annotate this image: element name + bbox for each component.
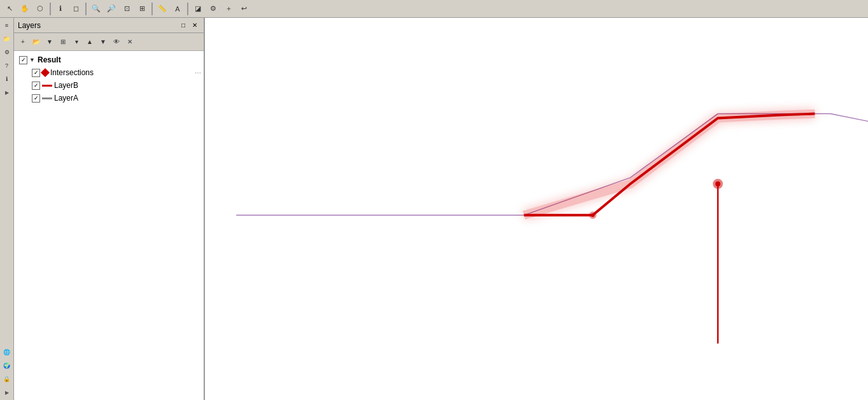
layers-panel: Layers □ ✕ + 📂 ▼ ⊞ ▾ ▲ ▼ 👁 ✕ ▼ (14, 18, 205, 400)
layer-item-layerb[interactable]: LayerB (29, 79, 204, 92)
toolbar-settings[interactable]: ⚙ (206, 2, 220, 16)
lt-filter2[interactable]: ⊞ (57, 36, 69, 48)
svg-point-8 (591, 213, 595, 217)
lt-dropdown[interactable]: ▾ (70, 36, 83, 48)
main-area: ≡ 📁 ⚙ ? ℹ ▶ 🌐 🌍 🔒 ▶ Layers □ ✕ + 📂 ▼ ⊞ ▾… (0, 18, 868, 400)
sep4 (187, 3, 188, 15)
toolbar-identify[interactable]: ℹ (53, 2, 67, 16)
intersections-label: Intersections (50, 68, 94, 77)
toolbar-add[interactable]: ＋ (221, 2, 235, 16)
intersections-icon (41, 68, 50, 77)
lt-open[interactable]: 📂 (30, 36, 43, 48)
svg-point-6 (715, 182, 720, 187)
toolbar-back[interactable]: ↩ (237, 2, 251, 16)
map-canvas[interactable] (205, 18, 868, 400)
result-label: Result (38, 55, 61, 64)
result-checkbox[interactable] (19, 56, 27, 64)
sep1 (50, 3, 51, 15)
layers-header-buttons: □ ✕ (178, 20, 200, 31)
lt-hide[interactable]: 👁 (110, 36, 123, 48)
result-expand-icon[interactable]: ▼ (29, 57, 36, 63)
side-icon-globe[interactable]: 🌐 (1, 346, 13, 359)
layerb-label: LayerB (54, 81, 78, 90)
layers-maximize-btn[interactable]: □ (178, 20, 188, 31)
side-icon-lock[interactable]: 🔒 (1, 373, 13, 385)
lt-move-down[interactable]: ▼ (97, 36, 109, 48)
sep3 (151, 3, 153, 15)
toolbar-zoom-in[interactable]: 🔍 (89, 2, 103, 16)
lt-remove[interactable]: ✕ (123, 36, 136, 48)
side-icon-processing[interactable]: ⚙ (1, 46, 13, 59)
toolbar-render[interactable]: ◪ (191, 2, 205, 16)
toolbar-measure[interactable]: 📏 (155, 2, 169, 16)
layers-panel-header: Layers □ ✕ (14, 18, 204, 33)
side-expand-top[interactable]: ▶ (1, 86, 13, 99)
side-expand-bottom[interactable]: ▶ (1, 386, 13, 399)
layer-sub-items: Intersections ⋯ LayerB LayerA (17, 66, 204, 104)
top-toolbar: ↖ ✋ ⬡ ℹ ◻ 🔍 🔎 ⊡ ⊞ 📏 A ◪ ⚙ ＋ ↩ (0, 0, 868, 18)
layerb-icon (42, 85, 52, 87)
side-icon-query[interactable]: ? (1, 59, 13, 72)
intersections-extra[interactable]: ⋯ (195, 69, 201, 76)
layera-label: LayerA (54, 94, 78, 103)
layers-close-btn[interactable]: ✕ (190, 20, 200, 31)
toolbar-zoom-out[interactable]: 🔎 (104, 2, 118, 16)
lt-filter[interactable]: ▼ (43, 36, 56, 48)
side-icon-globe2[interactable]: 🌍 (1, 359, 13, 372)
lt-add-layer[interactable]: + (17, 36, 29, 48)
toolbar-pan[interactable]: ✋ (18, 2, 32, 16)
toolbar-zoom-full[interactable]: ⊡ (120, 2, 134, 16)
lt-move-up[interactable]: ▲ (83, 36, 96, 48)
toolbar-arrow[interactable]: ↖ (3, 2, 17, 16)
intersections-checkbox[interactable] (32, 69, 40, 77)
map-svg (205, 18, 868, 400)
toolbar-node[interactable]: ⬡ (33, 2, 47, 16)
left-icon-strip: ≡ 📁 ⚙ ? ℹ ▶ 🌐 🌍 🔒 ▶ (0, 18, 14, 400)
side-icon-info[interactable]: ℹ (1, 73, 13, 85)
layera-icon (42, 97, 52, 99)
sep2 (85, 3, 87, 15)
layer-item-result[interactable]: ▼ Result (17, 54, 204, 66)
toolbar-label[interactable]: A (171, 2, 185, 16)
layer-item-intersections[interactable]: Intersections ⋯ (29, 66, 204, 79)
layers-toolbar: + 📂 ▼ ⊞ ▾ ▲ ▼ 👁 ✕ (14, 33, 204, 51)
toolbar-select[interactable]: ◻ (69, 2, 83, 16)
layerb-checkbox[interactable] (32, 82, 40, 90)
toolbar-zoom-layer[interactable]: ⊞ (135, 2, 149, 16)
layer-item-layera[interactable]: LayerA (29, 92, 204, 104)
side-icon-browser[interactable]: 📁 (1, 32, 13, 45)
layer-group-result: ▼ Result Intersections ⋯ (14, 54, 204, 104)
layers-panel-title: Layers (18, 21, 41, 30)
layer-tree: ▼ Result Intersections ⋯ (14, 51, 204, 400)
layera-checkbox[interactable] (32, 94, 40, 103)
side-icon-layers[interactable]: ≡ (1, 19, 13, 32)
